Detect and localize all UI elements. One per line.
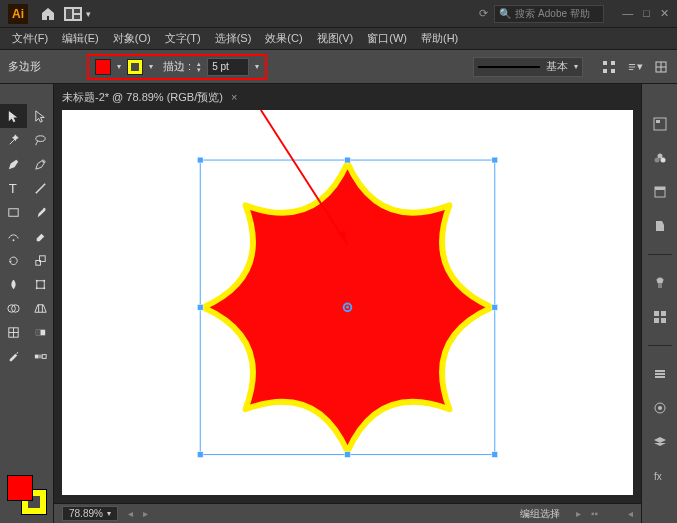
- svg-rect-6: [603, 69, 607, 73]
- line-tool[interactable]: [27, 176, 54, 200]
- svg-point-53: [658, 406, 662, 410]
- svg-rect-29: [39, 354, 43, 358]
- graphic-style-dropdown[interactable]: 基本 ▾: [473, 57, 583, 77]
- eraser-tool[interactable]: [27, 224, 54, 248]
- home-icon[interactable]: [40, 6, 56, 22]
- rotate-tool[interactable]: [0, 248, 27, 272]
- svg-rect-5: [611, 61, 615, 65]
- stroke-dropdown[interactable]: ▾: [149, 62, 153, 71]
- svg-rect-38: [492, 452, 498, 458]
- shaper-tool[interactable]: [0, 224, 27, 248]
- curvature-tool[interactable]: [27, 152, 54, 176]
- shape-builder-tool[interactable]: [0, 296, 27, 320]
- menu-bar: 文件(F) 编辑(E) 对象(O) 文字(T) 选择(S) 效果(C) 视图(V…: [0, 28, 677, 50]
- menu-help[interactable]: 帮助(H): [415, 29, 464, 48]
- menu-object[interactable]: 对象(O): [107, 29, 157, 48]
- eyedropper-tool[interactable]: [0, 344, 27, 368]
- menu-type[interactable]: 文字(T): [159, 29, 207, 48]
- properties-panel-icon[interactable]: [650, 114, 670, 134]
- svg-rect-1: [66, 9, 72, 19]
- fill-color-swatch[interactable]: [95, 59, 111, 75]
- pen-tool[interactable]: [0, 152, 27, 176]
- fill-stroke-indicator[interactable]: [7, 475, 47, 515]
- svg-text:T: T: [9, 181, 17, 196]
- svg-rect-3: [74, 15, 80, 19]
- color-panel-icon[interactable]: [650, 148, 670, 168]
- scale-tool[interactable]: [27, 248, 54, 272]
- layers-panel-icon[interactable]: [650, 432, 670, 452]
- direct-selection-tool[interactable]: [27, 104, 54, 128]
- stroke-stepper[interactable]: ▴▾: [197, 61, 201, 73]
- transparency-panel-icon[interactable]: fx: [650, 466, 670, 486]
- zoom-level[interactable]: 78.89%▾: [62, 506, 118, 521]
- svg-rect-41: [654, 118, 666, 130]
- rectangle-tool[interactable]: [0, 200, 27, 224]
- svg-point-21: [43, 287, 45, 289]
- perspective-tool[interactable]: [27, 296, 54, 320]
- blend-tool[interactable]: [27, 344, 54, 368]
- search-input[interactable]: 🔍搜索 Adobe 帮助: [494, 5, 604, 23]
- stroke-value-input[interactable]: 5 pt: [207, 58, 249, 76]
- selection-tool[interactable]: [0, 104, 27, 128]
- mesh-tool[interactable]: [0, 320, 27, 344]
- menu-file[interactable]: 文件(F): [6, 29, 54, 48]
- menu-select[interactable]: 选择(S): [209, 29, 258, 48]
- brushes-panel-icon[interactable]: [650, 307, 670, 327]
- panel-dock: fx: [641, 84, 677, 523]
- maximize-button[interactable]: □: [643, 7, 650, 20]
- svg-point-39: [346, 306, 349, 309]
- svg-rect-51: [661, 318, 666, 323]
- close-tab-icon[interactable]: ×: [231, 91, 237, 103]
- svg-rect-17: [37, 280, 45, 288]
- menu-effect[interactable]: 效果(C): [259, 29, 308, 48]
- symbols-panel-icon[interactable]: [650, 273, 670, 293]
- graphic-style-label: 基本: [546, 59, 568, 74]
- svg-point-43: [657, 154, 662, 159]
- menu-view[interactable]: 视图(V): [311, 29, 360, 48]
- search-placeholder: 搜索 Adobe 帮助: [515, 7, 589, 21]
- app-logo: Ai: [8, 4, 28, 24]
- magic-wand-tool[interactable]: [0, 128, 27, 152]
- stroke-panel-icon[interactable]: [650, 364, 670, 384]
- fill-dropdown[interactable]: ▾: [117, 62, 121, 71]
- free-transform-tool[interactable]: [27, 272, 54, 296]
- sync-icon[interactable]: ⟳: [479, 7, 488, 20]
- fill-color-big[interactable]: [7, 475, 33, 501]
- svg-point-44: [654, 158, 659, 163]
- svg-point-14: [13, 239, 15, 241]
- menu-edit[interactable]: 编辑(E): [56, 29, 105, 48]
- svg-rect-49: [661, 311, 666, 316]
- selection-status: 编组选择: [520, 507, 560, 521]
- transform-icon[interactable]: ▾: [627, 59, 643, 75]
- svg-point-19: [43, 279, 45, 281]
- svg-point-45: [660, 158, 665, 163]
- svg-rect-26: [36, 329, 41, 335]
- libraries-panel-icon[interactable]: [650, 182, 670, 202]
- gradient-tool[interactable]: [27, 320, 54, 344]
- stroke-value-dropdown[interactable]: ▾: [255, 62, 259, 71]
- svg-rect-4: [603, 61, 607, 65]
- type-tool[interactable]: T: [0, 176, 27, 200]
- width-tool[interactable]: [0, 272, 27, 296]
- svg-rect-48: [654, 311, 659, 316]
- svg-line-12: [36, 183, 45, 192]
- close-button[interactable]: ✕: [660, 7, 669, 20]
- svg-rect-7: [611, 69, 615, 73]
- canvas[interactable]: [62, 110, 633, 495]
- swatches-panel-icon[interactable]: [650, 216, 670, 236]
- minimize-button[interactable]: —: [622, 7, 633, 20]
- toolbox: T: [0, 84, 54, 523]
- paintbrush-tool[interactable]: [27, 200, 54, 224]
- svg-point-10: [42, 160, 44, 162]
- document-tab-title[interactable]: 未标题-2* @ 78.89% (RGB/预览): [62, 90, 223, 105]
- appearance-panel-icon[interactable]: [650, 398, 670, 418]
- lasso-tool[interactable]: [27, 128, 54, 152]
- menu-window[interactable]: 窗口(W): [361, 29, 413, 48]
- arrange-icon[interactable]: [653, 59, 669, 75]
- svg-rect-13: [9, 208, 18, 216]
- workspace-switcher[interactable]: ▾: [64, 7, 91, 21]
- svg-rect-31: [197, 157, 203, 163]
- svg-rect-50: [654, 318, 659, 323]
- stroke-color-swatch[interactable]: [127, 59, 143, 75]
- align-icon[interactable]: [601, 59, 617, 75]
